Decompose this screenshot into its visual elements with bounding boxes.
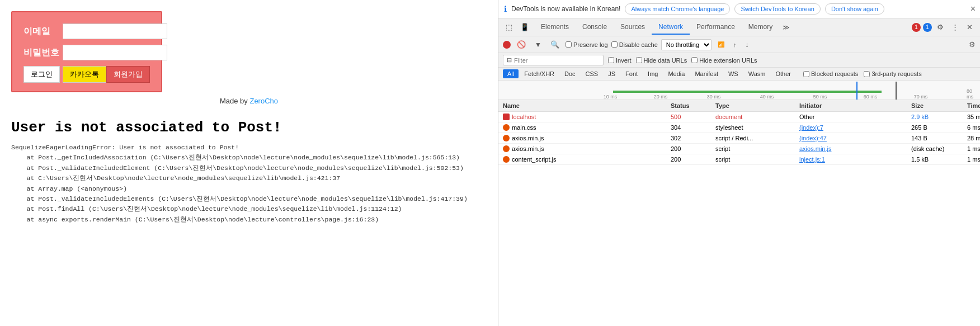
tick-40: 40 ms xyxy=(760,94,774,100)
blocked-requests-checkbox[interactable] xyxy=(803,71,809,77)
row-type: script xyxy=(715,145,799,152)
disable-cache-checkbox[interactable] xyxy=(611,41,618,48)
match-language-button[interactable]: Always match Chrome's language xyxy=(625,3,730,15)
hide-ext-urls-label[interactable]: Hide extension URLs xyxy=(691,57,757,64)
type-btn-font[interactable]: Font xyxy=(621,69,642,78)
table-row[interactable]: axios.min.js 302 script / Redi... (index… xyxy=(498,133,980,144)
warning-badge: 1 xyxy=(923,23,932,32)
password-label: 비밀번호 xyxy=(23,47,63,59)
invert-label[interactable]: Invert xyxy=(608,57,632,64)
made-by: Made by ZeroCho xyxy=(11,97,487,105)
tab-performance[interactable]: Performance xyxy=(690,20,742,35)
row-size: 143 B xyxy=(911,135,967,141)
type-filter-bar: All Fetch/XHR Doc CSS JS Font Img Media … xyxy=(498,68,980,81)
row-name-cell: localhost xyxy=(503,114,671,120)
row-time: 35 ms xyxy=(967,114,980,120)
row-size: 1.5 kB xyxy=(911,156,967,163)
download-icon[interactable]: ↓ xyxy=(742,39,752,50)
row-status: 500 xyxy=(671,114,715,120)
kakao-button[interactable]: 카카오톡 xyxy=(63,66,106,83)
filter-funnel-icon: ⊟ xyxy=(507,56,512,64)
row-time: 1 ms xyxy=(967,145,980,152)
devtools-toolbar: ⬚ 📱 Elements Console Sources Network Per… xyxy=(498,18,980,36)
tick-30: 30 ms xyxy=(707,94,721,100)
gear-icon[interactable]: ⚙ xyxy=(934,21,946,33)
more-tabs-icon[interactable]: ≫ xyxy=(779,22,793,33)
row-status: 302 xyxy=(671,135,715,141)
filter-button[interactable]: ▼ xyxy=(532,39,544,50)
table-row[interactable]: content_script.js 200 script inject.js:1… xyxy=(498,154,980,165)
register-button[interactable]: 회원가입 xyxy=(106,66,150,83)
hide-data-urls-label[interactable]: Hide data URLs xyxy=(636,57,687,64)
type-btn-css[interactable]: CSS xyxy=(581,69,603,78)
type-btn-all[interactable]: All xyxy=(503,69,519,78)
filter-input[interactable] xyxy=(514,57,600,64)
row-size: 2.9 kB xyxy=(911,114,967,120)
row-name: axios.min.js xyxy=(512,135,544,141)
email-row: 이메일 xyxy=(23,23,150,39)
switch-devtools-button[interactable]: Switch DevTools to Korean xyxy=(734,3,820,15)
table-row[interactable]: localhost 500 document Other 2.9 kB 35 m… xyxy=(498,112,980,122)
table-row[interactable]: main.css 304 stylesheet (index):7 265 B … xyxy=(498,122,980,133)
third-party-checkbox[interactable] xyxy=(864,71,870,77)
type-btn-media[interactable]: Media xyxy=(663,69,689,78)
signal-icon[interactable]: 📶 xyxy=(715,40,727,49)
timeline-green-bar xyxy=(613,91,882,93)
error-stack: SequelizeEagerLoadingError: User is not … xyxy=(11,143,487,225)
row-initiator: (index):47 xyxy=(799,135,911,141)
password-row: 비밀번호 xyxy=(23,45,150,60)
login-button[interactable]: 로그인 xyxy=(23,66,60,83)
invert-checkbox[interactable] xyxy=(608,57,614,63)
preserve-log-checkbox[interactable] xyxy=(566,41,572,48)
throttle-select[interactable]: No throttling xyxy=(661,39,712,50)
tab-memory[interactable]: Memory xyxy=(742,20,779,35)
row-name-cell: main.css xyxy=(503,124,671,131)
blocked-requests-label[interactable]: Blocked requests xyxy=(803,70,858,77)
password-input[interactable] xyxy=(63,45,167,60)
error-badge: 1 xyxy=(912,23,921,32)
type-btn-js[interactable]: JS xyxy=(604,69,620,78)
close-devtools-icon[interactable]: ✕ xyxy=(964,21,976,33)
type-btn-doc[interactable]: Doc xyxy=(560,69,580,78)
row-initiator: (index):7 xyxy=(799,124,911,131)
third-party-label[interactable]: 3rd-party requests xyxy=(864,70,921,77)
type-btn-fetch-xhr[interactable]: Fetch/XHR xyxy=(520,69,559,78)
preserve-log-label[interactable]: Preserve log xyxy=(566,41,608,48)
tab-elements[interactable]: Elements xyxy=(534,20,576,35)
row-type: script / Redi... xyxy=(715,135,799,141)
type-btn-ws[interactable]: WS xyxy=(724,69,743,78)
network-settings-icon[interactable]: ⚙ xyxy=(969,40,976,49)
inspect-icon[interactable]: ⬚ xyxy=(503,21,515,33)
disable-cache-label[interactable]: Disable cache xyxy=(611,41,658,48)
row-initiator: inject.js:1 xyxy=(799,156,911,163)
row-css-icon xyxy=(503,124,510,131)
tab-sources[interactable]: Sources xyxy=(614,20,652,35)
more-options-icon[interactable]: ⋮ xyxy=(949,21,962,33)
timeline-blue-line1 xyxy=(856,82,858,100)
type-btn-other[interactable]: Other xyxy=(771,69,795,78)
row-name-cell: content_script.js xyxy=(503,156,671,163)
table-row[interactable]: axios.min.js 200 script axios.min.js (di… xyxy=(498,144,980,154)
hide-data-urls-checkbox[interactable] xyxy=(636,57,642,63)
wifi-icon[interactable]: ↑ xyxy=(731,40,739,50)
zerecho-link[interactable]: ZeroCho xyxy=(249,97,278,105)
tick-20: 20 ms xyxy=(654,94,668,100)
email-input[interactable] xyxy=(63,23,167,39)
tab-network[interactable]: Network xyxy=(652,20,690,35)
row-time: 1 ms xyxy=(967,156,980,163)
type-btn-manifest[interactable]: Manifest xyxy=(690,69,723,78)
timeline-blue-line2 xyxy=(896,82,897,100)
record-button[interactable] xyxy=(503,41,511,49)
search-button[interactable]: 🔍 xyxy=(548,39,562,50)
notification-text: DevTools is now available in Korean! xyxy=(511,5,620,13)
device-icon[interactable]: 📱 xyxy=(517,21,532,33)
tab-console[interactable]: Console xyxy=(576,20,614,35)
row-time: 28 ms xyxy=(967,135,980,141)
hide-ext-urls-checkbox[interactable] xyxy=(691,57,698,63)
row-js2-icon xyxy=(503,145,510,152)
type-btn-img[interactable]: Img xyxy=(643,69,662,78)
type-btn-wasm[interactable]: Wasm xyxy=(744,69,770,78)
close-notification-button[interactable]: × xyxy=(970,4,976,14)
clear-button[interactable]: 🚫 xyxy=(514,39,529,50)
dont-show-button[interactable]: Don't show again xyxy=(825,3,884,15)
